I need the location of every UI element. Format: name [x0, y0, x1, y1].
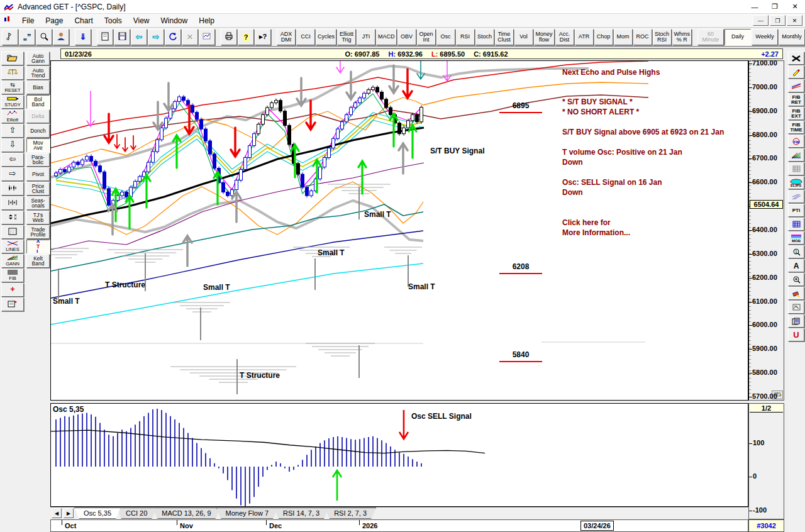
gann-fan-icon[interactable]: [788, 148, 804, 162]
chart-pin-button[interactable]: [2, 29, 18, 45]
study-trade-profile[interactable]: Trade Profile: [26, 225, 50, 239]
signal-annotation[interactable]: Click here for: [562, 218, 611, 227]
vertical-scale-button[interactable]: [1, 211, 24, 224]
minimize-button[interactable]: —: [745, 0, 765, 13]
study-button-jti[interactable]: JTI: [357, 29, 375, 45]
study-button-macd[interactable]: MACD: [376, 29, 397, 45]
menu-window[interactable]: Window: [155, 15, 194, 26]
fib-time-button[interactable]: FIB TIME: [788, 121, 804, 134]
oscillator-pane[interactable]: Osc 5,35Osc SELL Signal: [50, 403, 748, 507]
magnet-button[interactable]: U: [788, 328, 804, 341]
text-tool-button[interactable]: A: [788, 259, 804, 272]
properties-button[interactable]: [1, 297, 24, 311]
save-button[interactable]: [114, 29, 130, 45]
menu-help[interactable]: Help: [193, 15, 220, 26]
reset-button[interactable]: ⇆RESET: [1, 80, 24, 94]
interval-weekly[interactable]: Weekly: [752, 29, 778, 45]
arrow-left-button[interactable]: ⇦: [1, 153, 24, 167]
context-help-button[interactable]: ▸?: [255, 29, 271, 45]
study-delta[interactable]: Delta: [26, 109, 50, 123]
menu-view[interactable]: View: [128, 15, 155, 26]
menu-file[interactable]: File: [16, 15, 40, 26]
reports-icon[interactable]: [788, 314, 804, 328]
study-button-chop[interactable]: Chop: [594, 29, 613, 45]
arrow-up-button[interactable]: ⇧: [1, 124, 24, 138]
study-button-cycles[interactable]: Cycles: [316, 29, 336, 45]
print-button[interactable]: [221, 29, 237, 45]
study-button-stoch[interactable]: Stoch RSI: [653, 29, 672, 45]
gann-button[interactable]: GANN: [1, 254, 24, 268]
mob-button[interactable]: MOB: [788, 231, 804, 245]
study-button-acc[interactable]: Acc. Dist: [555, 29, 574, 45]
help-button[interactable]: ?: [238, 29, 254, 45]
crosshair-button[interactable]: +: [1, 283, 24, 297]
study-button-whms[interactable]: Whms % R: [672, 29, 692, 45]
quotes-button[interactable]: „”: [19, 29, 35, 45]
study-price-clust[interactable]: Price Clust: [26, 182, 50, 196]
menu-chart[interactable]: Chart: [69, 15, 98, 26]
oscillator-axis[interactable]: 1/2 1000-100: [748, 403, 784, 519]
ellipse-button[interactable]: ELIPS: [788, 176, 804, 189]
price-chart[interactable]: S/T BUY SignalSmall TSmall TSmall TSmall…: [50, 60, 748, 401]
gann-grid-icon[interactable]: [788, 162, 804, 175]
fib-circle-icon[interactable]: FIB: [788, 135, 804, 148]
interval-daily[interactable]: Daily: [724, 29, 751, 45]
study-bol-band[interactable]: Bol Band: [26, 95, 50, 109]
eraser-icon[interactable]: [788, 287, 804, 300]
andrews-pitchfork-icon[interactable]: [788, 190, 804, 203]
study-xtl[interactable]: XTL: [26, 240, 50, 253]
elliott-button[interactable]: Elliott: [1, 109, 24, 123]
rotate-button[interactable]: [165, 29, 181, 45]
restore-button[interactable]: ❐: [765, 0, 785, 13]
tab-scroll-right[interactable]: ▶: [64, 508, 74, 518]
mdi-minimize-button[interactable]: —: [753, 15, 769, 26]
trend-lines-icon[interactable]: [788, 79, 804, 92]
study-button-cci[interactable]: CCI: [296, 29, 315, 45]
value-lens-icon[interactable]: 1: [788, 245, 804, 258]
tab-macd-13-26-9[interactable]: MACD 13, 26, 9: [152, 507, 220, 519]
study-auto-gann[interactable]: Auto Gann: [26, 52, 50, 65]
study-button-rsi[interactable]: RSI: [456, 29, 475, 45]
tab-cci-20[interactable]: CCI 20: [116, 507, 157, 519]
date-axis[interactable]: OctNovDec202603/24/26: [50, 519, 748, 532]
study-mov-ave[interactable]: Mov Ave: [26, 138, 50, 152]
study-button-money[interactable]: Money flow: [534, 29, 555, 45]
trader-button[interactable]: [53, 29, 69, 45]
pattern-icon[interactable]: [788, 301, 804, 314]
tab-osc-5-35[interactable]: Osc 5,35: [74, 507, 121, 519]
expand-bars-button[interactable]: [1, 196, 24, 210]
mesh-grid-icon[interactable]: [788, 218, 804, 231]
mdi-restore-button[interactable]: ❐: [770, 15, 786, 26]
study-button-atr[interactable]: ATR: [575, 29, 594, 45]
study-button-elliott[interactable]: Elliott Trig: [337, 29, 356, 45]
tab-money-flow-7[interactable]: Money Flow 7: [216, 507, 278, 519]
tab-scroll-left[interactable]: ◀: [52, 508, 62, 518]
study-button-mom[interactable]: Mom: [614, 29, 633, 45]
tab-rsi-2-7-3[interactable]: RSI 2, 7, 3: [325, 507, 376, 519]
pencil-icon[interactable]: [788, 65, 804, 79]
grid-button[interactable]: [1, 225, 24, 239]
interval-monthly[interactable]: Monthly: [779, 29, 805, 45]
lines-button[interactable]: LINES: [1, 240, 24, 253]
download-button[interactable]: ⇓: [75, 29, 91, 45]
study-button-osc[interactable]: Osc: [436, 29, 455, 45]
new-page-button[interactable]: [97, 29, 113, 45]
study-seas--onals[interactable]: Seas- onals: [26, 196, 50, 210]
study-button-stoch[interactable]: Stoch: [475, 29, 494, 45]
open-folder-button[interactable]: [1, 52, 24, 65]
study-button[interactable]: STUDY: [1, 95, 24, 109]
delete-button[interactable]: ✕: [182, 29, 198, 45]
study-button-roc[interactable]: ROC: [633, 29, 652, 45]
arrow-right-button[interactable]: ⇨: [1, 167, 24, 181]
compress-bars-button[interactable]: [1, 182, 24, 196]
interval-60-minute[interactable]: 60 Minute: [697, 29, 724, 45]
zoom-in-icon[interactable]: [788, 273, 804, 286]
fib-button[interactable]: FIB: [1, 269, 24, 282]
fib-retracement-button[interactable]: FIB RET: [788, 93, 804, 106]
back-button[interactable]: ⇦: [131, 29, 147, 45]
forward-button[interactable]: ⇨: [148, 29, 164, 45]
price-axis[interactable]: 7100.007000.006900.006800.006700.006600.…: [748, 60, 784, 401]
study-tjs-web[interactable]: TJ's Web: [26, 211, 50, 224]
study-button-adx[interactable]: ADX DMI: [277, 29, 296, 45]
study-donch[interactable]: Donch: [26, 124, 50, 138]
